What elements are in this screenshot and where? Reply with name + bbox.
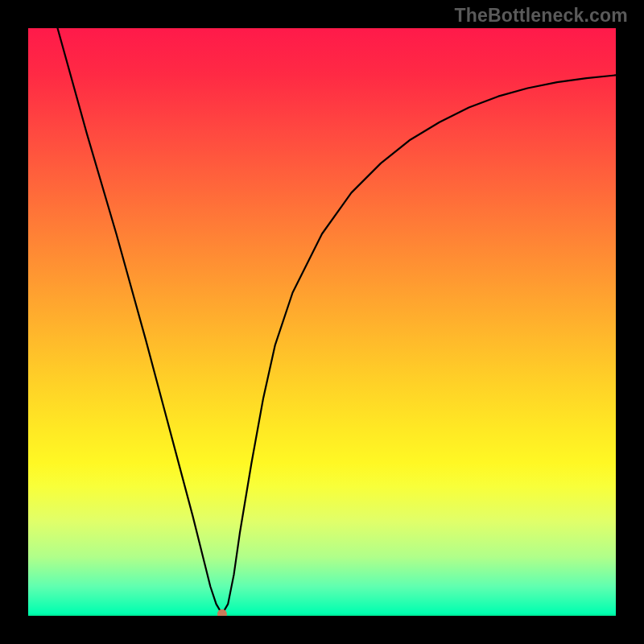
chart-container: TheBottleneck.com xyxy=(0,0,644,644)
curve-svg xyxy=(28,28,616,616)
minimum-marker xyxy=(217,609,227,616)
bottleneck-curve xyxy=(58,28,617,614)
plot-area xyxy=(28,28,616,616)
watermark-text: TheBottleneck.com xyxy=(454,5,628,27)
